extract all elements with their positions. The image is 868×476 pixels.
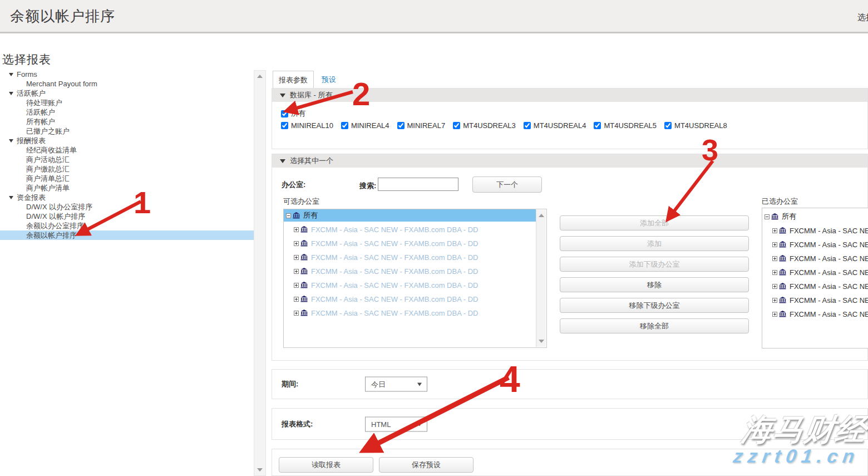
remove-suboffices-button[interactable]: 移除下级办公室	[560, 298, 749, 313]
next-button[interactable]: 下一个	[472, 176, 542, 193]
load-report-button[interactable]: 读取报表	[279, 457, 373, 473]
checkbox-minireal7[interactable]: MINIREAL7	[397, 121, 446, 130]
selected-office-row[interactable]: FXCMM - Asia - SAC NEW - F	[762, 238, 868, 251]
bank-icon	[771, 213, 778, 220]
add-all-button[interactable]: 添加全部	[560, 215, 749, 230]
selected-office-row[interactable]: FXCMM - Asia - SAC NEW - F	[762, 280, 868, 292]
available-office-row[interactable]: FXCMM - Asia - SAC NEW - FXAMB.com DBA -…	[284, 307, 546, 319]
office-section-header[interactable]: 选择其中一个	[272, 154, 867, 168]
remove-all-button[interactable]: 移除全部	[560, 318, 749, 333]
tree-group-funds-reports[interactable]: 资金报表	[0, 193, 256, 202]
scroll-down-icon[interactable]	[257, 468, 263, 472]
checkbox-mt4usdreal3[interactable]: MT4USDREAL3	[453, 121, 516, 130]
scroll-up-icon[interactable]	[539, 214, 544, 217]
page-header-title: 余额以帐户排序	[10, 7, 115, 26]
checkbox-mt4usdreal5[interactable]: MT4USDREAL5	[594, 121, 657, 130]
available-office-row[interactable]: FXCMM - Asia - SAC NEW - FXAMB.com DBA -…	[284, 265, 546, 277]
period-select[interactable]: 今日	[365, 377, 427, 392]
tree-item-closed-accounts[interactable]: 已撤户之账户	[0, 126, 256, 136]
collapse-icon[interactable]	[286, 213, 291, 218]
database-checkbox[interactable]	[664, 122, 672, 129]
database-section-header[interactable]: 数据库 - 所有	[272, 89, 867, 102]
checkbox-label: MT4USDREAL5	[604, 121, 657, 130]
checkbox-minireal10[interactable]: MINIREAL10	[281, 121, 333, 130]
available-office-row[interactable]: FXCMM - Asia - SAC NEW - FXAMB.com DBA -…	[284, 293, 546, 305]
tree-item-balance-by-office[interactable]: 余额以办公室排序	[0, 221, 256, 230]
available-office-row[interactable]: FXCMM - Asia - SAC NEW - FXAMB.com DBA -…	[284, 251, 546, 263]
expand-icon[interactable]	[772, 284, 777, 289]
checkbox-minireal4[interactable]: MINIREAL4	[341, 121, 389, 130]
save-preset-button[interactable]: 保存预设	[379, 457, 474, 473]
tree-item-merchant-account-list[interactable]: 商户帐户清单	[0, 183, 256, 193]
expand-icon[interactable]	[294, 227, 299, 232]
all-databases-checkbox[interactable]	[281, 110, 288, 117]
tree-item-dwx-by-account[interactable]: D/W/X 以帐户排序	[0, 212, 256, 221]
expand-icon[interactable]	[294, 241, 299, 246]
tree-item-balance-by-account[interactable]: 余额以帐户排序	[0, 230, 256, 240]
checkbox-mt4usdreal8[interactable]: MT4USDREAL8	[664, 121, 727, 130]
expand-icon[interactable]	[772, 228, 777, 233]
bank-icon	[300, 254, 308, 261]
available-list-scrollbar[interactable]	[536, 210, 546, 347]
tree-group-forms[interactable]: Forms	[0, 70, 256, 79]
tab-report-parameters[interactable]: 报表参数	[273, 71, 314, 88]
tree-item-active-accounts[interactable]: 活跃帐户	[0, 107, 256, 117]
tree-group-compensation-reports[interactable]: 报酬报表	[0, 136, 256, 145]
expand-icon[interactable]	[772, 270, 777, 275]
selected-office-row[interactable]: FXCMM - Asia - SAC NEW - F	[762, 266, 868, 278]
format-section: 报表格式: HTML	[272, 408, 868, 440]
add-suboffices-button[interactable]: 添加下级办公室	[560, 257, 749, 272]
tree-item-dwx-by-office[interactable]: D/W/X 以办公室排序	[0, 202, 256, 212]
database-checkbox[interactable]	[453, 122, 460, 129]
database-checkbox[interactable]	[341, 122, 348, 129]
tree-item-merchant-list-summary[interactable]: 商户清单总汇	[0, 174, 256, 183]
available-root-all[interactable]: 所有	[284, 209, 536, 222]
selected-office-row[interactable]: FXCMM - Asia - SAC NEW - F	[762, 224, 868, 237]
available-office-row[interactable]: FXCMM - Asia - SAC NEW - FXAMB.com DBA -…	[284, 279, 546, 291]
database-checkbox[interactable]	[594, 122, 601, 129]
expand-icon[interactable]	[294, 311, 299, 316]
expand-icon[interactable]	[294, 297, 299, 302]
tree-item-merchant-activity-summary[interactable]: 商户活动总汇	[0, 155, 256, 164]
expand-icon[interactable]	[294, 269, 299, 274]
sidebar-scrollbar[interactable]	[254, 70, 266, 476]
tree-label: 所有帐户	[26, 117, 55, 126]
selected-office-row[interactable]: FXCMM - Asia - SAC NEW - F	[762, 308, 868, 320]
scroll-up-icon[interactable]	[257, 75, 263, 78]
tree-item-all-accounts[interactable]: 所有帐户	[0, 117, 256, 126]
expand-icon[interactable]	[772, 298, 777, 303]
selected-office-row[interactable]: FXCMM - Asia - SAC NEW - F	[762, 294, 868, 306]
database-checkbox[interactable]	[524, 122, 531, 129]
available-office-row[interactable]: FXCMM - Asia - SAC NEW - FXAMB.com DBA -…	[284, 237, 546, 249]
available-office-row[interactable]: FXCMM - Asia - SAC NEW - FXAMB.com DBA -…	[284, 223, 546, 235]
tree-group-active-accounts[interactable]: 活跃帐户	[0, 89, 256, 98]
remove-button[interactable]: 移除	[560, 277, 749, 292]
checkbox-mt4usdreal4[interactable]: MT4USDREAL4	[524, 121, 586, 130]
database-checkbox[interactable]	[281, 122, 288, 129]
selected-offices-label: 已选办公室	[762, 197, 798, 207]
expand-icon[interactable]	[772, 242, 777, 247]
tree-item-pending-accounts[interactable]: 待处理账户	[0, 98, 256, 107]
tree-label: 经纪商收益清单	[26, 145, 77, 155]
expand-icon[interactable]	[772, 312, 777, 317]
tree-item-merchant-payout-form[interactable]: Merchant Payout form	[0, 79, 256, 89]
tree-item-merchant-payment-summary[interactable]: 商户缴款总汇	[0, 164, 256, 174]
tree-item-broker-revenue-list[interactable]: 经纪商收益清单	[0, 145, 256, 155]
format-select[interactable]: HTML	[365, 416, 427, 431]
checkbox-all-databases[interactable]: 所有	[281, 109, 305, 119]
expand-icon[interactable]	[772, 256, 777, 261]
triangle-down-icon	[9, 196, 13, 199]
tab-presets[interactable]: 预设	[322, 75, 336, 85]
expand-icon[interactable]	[294, 255, 299, 260]
collapse-icon[interactable]	[765, 214, 770, 219]
scroll-down-icon[interactable]	[539, 340, 544, 343]
office-row-label: FXCMM - Asia - SAC NEW - F	[790, 241, 868, 249]
expand-icon[interactable]	[294, 283, 299, 288]
selected-root-all[interactable]: 所有	[762, 210, 868, 223]
header-right-link[interactable]: 选择报表	[857, 12, 868, 23]
checkbox-label: MINIREAL10	[291, 121, 333, 130]
database-checkbox[interactable]	[397, 122, 405, 129]
add-button[interactable]: 添加	[560, 236, 749, 251]
office-search-input[interactable]	[378, 178, 458, 191]
selected-office-row[interactable]: FXCMM - Asia - SAC NEW - F	[762, 252, 868, 264]
